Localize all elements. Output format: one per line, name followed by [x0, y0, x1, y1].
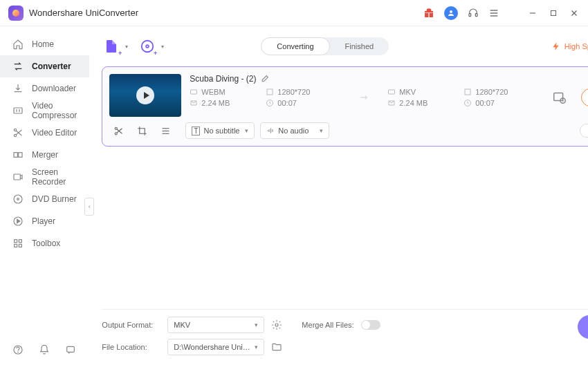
src-duration: 00:07	[277, 99, 297, 107]
maximize-icon[interactable]	[548, 8, 559, 19]
svg-rect-10	[14, 108, 22, 113]
src-format: WEBM	[201, 88, 225, 96]
dst-format: MKV	[399, 88, 416, 96]
high-speed-conversion[interactable]: High Speed Conversion	[551, 41, 588, 51]
svg-point-26	[142, 41, 154, 53]
output-settings-icon[interactable]	[552, 90, 567, 105]
gift-icon[interactable]	[423, 8, 434, 19]
sidebar-item-compressor[interactable]: Video Compressor	[0, 100, 89, 122]
file-list: ✕ Scuba Diving - (2) WEBM 1280*720 2.2	[102, 59, 588, 309]
hamburger-menu-icon[interactable]	[488, 8, 499, 19]
tab-group: Converting Finished	[261, 37, 389, 55]
svg-rect-14	[19, 153, 22, 158]
file-location-value: D:\Wondershare UniConverter	[174, 343, 251, 351]
svg-rect-31	[389, 90, 395, 94]
dst-resolution: 1280*720	[475, 88, 508, 96]
audio-select[interactable]: No audio ▾	[260, 122, 329, 139]
scissors-icon	[12, 127, 24, 138]
footer: Output Format: MKV ▾ Merge All Files: Fi…	[102, 309, 588, 355]
play-icon	[12, 216, 24, 227]
sidebar-item-dvd[interactable]: DVD Burner	[0, 188, 89, 210]
minimize-icon[interactable]	[527, 8, 538, 19]
sidebar-item-label: Video Compressor	[32, 101, 77, 120]
file-settings-button[interactable]: Settings	[580, 124, 588, 138]
video-thumbnail[interactable]	[109, 74, 181, 117]
svg-rect-34	[554, 93, 563, 101]
file-location-select[interactable]: D:\Wondershare UniConverter ▾	[167, 339, 264, 355]
sidebar-item-editor[interactable]: Video Editor	[0, 122, 89, 144]
svg-rect-20	[19, 240, 21, 243]
sidebar-item-label: Toolbox	[32, 238, 60, 248]
tab-converting[interactable]: Converting	[261, 37, 329, 55]
subtitle-icon: T	[192, 127, 200, 135]
sidebar: Home Converter Downloader Video Compress…	[0, 26, 89, 365]
audio-value: No audio	[278, 127, 309, 135]
close-icon[interactable]	[569, 8, 580, 19]
svg-rect-13	[14, 153, 17, 158]
convert-button[interactable]: Convert	[581, 88, 588, 106]
play-overlay-icon	[144, 92, 149, 99]
target-info: MKV 1280*720 2.24 MB 00:07	[387, 88, 540, 107]
sidebar-item-toolbox[interactable]: Toolbox	[0, 232, 89, 254]
svg-point-24	[18, 352, 19, 353]
svg-rect-19	[15, 240, 17, 243]
crop-button[interactable]	[133, 123, 151, 138]
svg-point-36	[115, 127, 117, 129]
sidebar-item-label: Home	[32, 39, 54, 49]
audio-icon	[266, 127, 275, 135]
arrow-icon	[356, 91, 374, 104]
user-avatar[interactable]	[444, 6, 458, 20]
open-folder-icon[interactable]	[271, 341, 282, 353]
src-resolution: 1280*720	[277, 88, 310, 96]
converter-icon	[12, 61, 24, 72]
format-settings-icon[interactable]	[271, 319, 282, 330]
tab-finished[interactable]: Finished	[330, 37, 389, 55]
hsc-label: High Speed Conversion	[564, 42, 588, 50]
source-info: WEBM 1280*720 2.24 MB 00:07	[190, 88, 342, 107]
titlebar: Wondershare UniConverter	[0, 0, 588, 26]
sidebar-bottom	[0, 344, 89, 355]
sidebar-item-converter[interactable]: Converter	[0, 55, 89, 77]
file-location-label: File Location:	[102, 343, 160, 351]
sidebar-item-label: DVD Burner	[32, 194, 77, 204]
svg-point-0	[450, 10, 452, 13]
trim-button[interactable]	[109, 123, 127, 138]
output-format-select[interactable]: MKV ▾	[167, 317, 264, 333]
svg-point-37	[115, 132, 117, 134]
svg-rect-7	[551, 10, 556, 15]
dst-size: 2.24 MB	[399, 99, 428, 107]
headset-icon[interactable]	[468, 8, 479, 19]
svg-point-17	[17, 198, 19, 200]
titlebar-actions	[423, 6, 580, 20]
sidebar-item-label: Converter	[32, 62, 71, 71]
merge-toggle[interactable]	[361, 320, 380, 330]
sidebar-item-recorder[interactable]: Screen Recorder	[0, 166, 89, 188]
effect-button[interactable]	[156, 123, 174, 138]
toolbar: +▾ +▾ Converting Finished High Speed Con…	[102, 33, 588, 59]
svg-point-42	[275, 324, 278, 326]
help-icon[interactable]	[12, 344, 24, 355]
add-file-button[interactable]: +▾	[102, 37, 121, 56]
bell-icon[interactable]	[39, 344, 50, 355]
sidebar-item-player[interactable]: Player	[0, 210, 89, 232]
app-title: Wondershare UniConverter	[29, 8, 423, 18]
home-icon	[12, 39, 24, 50]
output-format-label: Output Format:	[102, 321, 160, 329]
output-format-value: MKV	[174, 321, 190, 329]
add-dvd-button[interactable]: +▾	[138, 37, 157, 56]
feedback-icon[interactable]	[65, 344, 76, 355]
merge-icon	[12, 149, 24, 160]
svg-rect-29	[267, 89, 273, 95]
svg-rect-15	[14, 174, 20, 180]
sidebar-item-label: Video Editor	[32, 128, 77, 138]
sidebar-item-downloader[interactable]: Downloader	[0, 77, 89, 100]
svg-point-11	[14, 129, 16, 131]
sidebar-item-label: Screen Recorder	[32, 167, 77, 187]
sidebar-item-home[interactable]: Home	[0, 33, 89, 55]
sidebar-item-merger[interactable]: Merger	[0, 144, 89, 166]
subtitle-select[interactable]: T No subtitle ▾	[185, 122, 255, 139]
edit-title-icon[interactable]	[260, 75, 269, 84]
svg-point-27	[147, 45, 149, 48]
src-size: 2.24 MB	[201, 99, 230, 107]
card-toolbar: T No subtitle ▾ No audio ▾ Settings	[109, 122, 588, 139]
